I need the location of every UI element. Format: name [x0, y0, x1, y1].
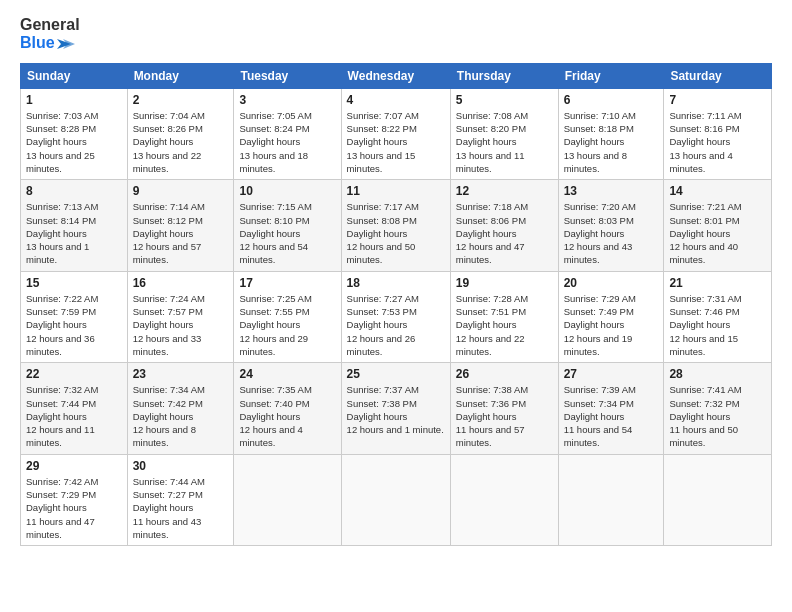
calendar-week-row: 8 Sunrise: 7:13 AM Sunset: 8:14 PM Dayli… — [21, 180, 772, 271]
calendar-cell: 14 Sunrise: 7:21 AM Sunset: 8:01 PM Dayl… — [664, 180, 772, 271]
calendar-cell: 7 Sunrise: 7:11 AM Sunset: 8:16 PM Dayli… — [664, 88, 772, 179]
calendar-cell: 17 Sunrise: 7:25 AM Sunset: 7:55 PM Dayl… — [234, 271, 341, 362]
day-info: Sunrise: 7:34 AM Sunset: 7:42 PM Dayligh… — [133, 383, 229, 449]
calendar-cell: 24 Sunrise: 7:35 AM Sunset: 7:40 PM Dayl… — [234, 363, 341, 454]
day-number: 26 — [456, 367, 553, 381]
day-number: 28 — [669, 367, 766, 381]
day-info: Sunrise: 7:20 AM Sunset: 8:03 PM Dayligh… — [564, 200, 659, 266]
calendar-cell: 19 Sunrise: 7:28 AM Sunset: 7:51 PM Dayl… — [450, 271, 558, 362]
day-info: Sunrise: 7:29 AM Sunset: 7:49 PM Dayligh… — [564, 292, 659, 358]
day-number: 22 — [26, 367, 122, 381]
calendar-cell — [558, 454, 664, 545]
calendar-cell: 10 Sunrise: 7:15 AM Sunset: 8:10 PM Dayl… — [234, 180, 341, 271]
calendar-cell: 16 Sunrise: 7:24 AM Sunset: 7:57 PM Dayl… — [127, 271, 234, 362]
day-info: Sunrise: 7:42 AM Sunset: 7:29 PM Dayligh… — [26, 475, 122, 541]
calendar-cell: 20 Sunrise: 7:29 AM Sunset: 7:49 PM Dayl… — [558, 271, 664, 362]
logo-text: General Blue — [20, 16, 80, 53]
day-number: 2 — [133, 93, 229, 107]
calendar-header-row: SundayMondayTuesdayWednesdayThursdayFrid… — [21, 63, 772, 88]
day-info: Sunrise: 7:15 AM Sunset: 8:10 PM Dayligh… — [239, 200, 335, 266]
calendar-table: SundayMondayTuesdayWednesdayThursdayFrid… — [20, 63, 772, 546]
day-info: Sunrise: 7:39 AM Sunset: 7:34 PM Dayligh… — [564, 383, 659, 449]
weekday-header-friday: Friday — [558, 63, 664, 88]
calendar-cell — [450, 454, 558, 545]
day-info: Sunrise: 7:14 AM Sunset: 8:12 PM Dayligh… — [133, 200, 229, 266]
calendar-cell: 11 Sunrise: 7:17 AM Sunset: 8:08 PM Dayl… — [341, 180, 450, 271]
day-info: Sunrise: 7:04 AM Sunset: 8:26 PM Dayligh… — [133, 109, 229, 175]
weekday-header-tuesday: Tuesday — [234, 63, 341, 88]
day-number: 4 — [347, 93, 445, 107]
calendar-cell: 25 Sunrise: 7:37 AM Sunset: 7:38 PM Dayl… — [341, 363, 450, 454]
day-number: 21 — [669, 276, 766, 290]
page-header: General Blue — [20, 16, 772, 53]
calendar-cell: 9 Sunrise: 7:14 AM Sunset: 8:12 PM Dayli… — [127, 180, 234, 271]
day-info: Sunrise: 7:32 AM Sunset: 7:44 PM Dayligh… — [26, 383, 122, 449]
calendar-cell: 6 Sunrise: 7:10 AM Sunset: 8:18 PM Dayli… — [558, 88, 664, 179]
calendar-cell: 8 Sunrise: 7:13 AM Sunset: 8:14 PM Dayli… — [21, 180, 128, 271]
day-info: Sunrise: 7:35 AM Sunset: 7:40 PM Dayligh… — [239, 383, 335, 449]
day-number: 25 — [347, 367, 445, 381]
day-number: 9 — [133, 184, 229, 198]
calendar-cell: 18 Sunrise: 7:27 AM Sunset: 7:53 PM Dayl… — [341, 271, 450, 362]
calendar-week-row: 22 Sunrise: 7:32 AM Sunset: 7:44 PM Dayl… — [21, 363, 772, 454]
calendar-cell: 12 Sunrise: 7:18 AM Sunset: 8:06 PM Dayl… — [450, 180, 558, 271]
day-info: Sunrise: 7:10 AM Sunset: 8:18 PM Dayligh… — [564, 109, 659, 175]
day-info: Sunrise: 7:24 AM Sunset: 7:57 PM Dayligh… — [133, 292, 229, 358]
calendar-week-row: 15 Sunrise: 7:22 AM Sunset: 7:59 PM Dayl… — [21, 271, 772, 362]
calendar-cell: 3 Sunrise: 7:05 AM Sunset: 8:24 PM Dayli… — [234, 88, 341, 179]
logo: General Blue — [20, 16, 80, 53]
day-info: Sunrise: 7:21 AM Sunset: 8:01 PM Dayligh… — [669, 200, 766, 266]
day-number: 15 — [26, 276, 122, 290]
weekday-header-monday: Monday — [127, 63, 234, 88]
calendar-cell: 15 Sunrise: 7:22 AM Sunset: 7:59 PM Dayl… — [21, 271, 128, 362]
day-info: Sunrise: 7:05 AM Sunset: 8:24 PM Dayligh… — [239, 109, 335, 175]
day-info: Sunrise: 7:31 AM Sunset: 7:46 PM Dayligh… — [669, 292, 766, 358]
day-number: 8 — [26, 184, 122, 198]
day-number: 17 — [239, 276, 335, 290]
calendar-cell — [234, 454, 341, 545]
day-number: 14 — [669, 184, 766, 198]
day-info: Sunrise: 7:41 AM Sunset: 7:32 PM Dayligh… — [669, 383, 766, 449]
day-number: 13 — [564, 184, 659, 198]
logo-arrow-icon — [57, 37, 75, 51]
calendar-cell: 2 Sunrise: 7:04 AM Sunset: 8:26 PM Dayli… — [127, 88, 234, 179]
calendar-cell: 5 Sunrise: 7:08 AM Sunset: 8:20 PM Dayli… — [450, 88, 558, 179]
day-number: 18 — [347, 276, 445, 290]
day-number: 20 — [564, 276, 659, 290]
day-info: Sunrise: 7:18 AM Sunset: 8:06 PM Dayligh… — [456, 200, 553, 266]
calendar-cell: 28 Sunrise: 7:41 AM Sunset: 7:32 PM Dayl… — [664, 363, 772, 454]
day-number: 1 — [26, 93, 122, 107]
day-number: 16 — [133, 276, 229, 290]
day-info: Sunrise: 7:17 AM Sunset: 8:08 PM Dayligh… — [347, 200, 445, 266]
day-info: Sunrise: 7:37 AM Sunset: 7:38 PM Dayligh… — [347, 383, 445, 436]
day-number: 7 — [669, 93, 766, 107]
day-info: Sunrise: 7:03 AM Sunset: 8:28 PM Dayligh… — [26, 109, 122, 175]
day-info: Sunrise: 7:38 AM Sunset: 7:36 PM Dayligh… — [456, 383, 553, 449]
day-info: Sunrise: 7:13 AM Sunset: 8:14 PM Dayligh… — [26, 200, 122, 266]
calendar-cell: 26 Sunrise: 7:38 AM Sunset: 7:36 PM Dayl… — [450, 363, 558, 454]
weekday-header-sunday: Sunday — [21, 63, 128, 88]
calendar-cell — [664, 454, 772, 545]
calendar-cell: 27 Sunrise: 7:39 AM Sunset: 7:34 PM Dayl… — [558, 363, 664, 454]
day-info: Sunrise: 7:11 AM Sunset: 8:16 PM Dayligh… — [669, 109, 766, 175]
day-number: 3 — [239, 93, 335, 107]
weekday-header-thursday: Thursday — [450, 63, 558, 88]
calendar-week-row: 29 Sunrise: 7:42 AM Sunset: 7:29 PM Dayl… — [21, 454, 772, 545]
day-number: 10 — [239, 184, 335, 198]
day-info: Sunrise: 7:25 AM Sunset: 7:55 PM Dayligh… — [239, 292, 335, 358]
day-info: Sunrise: 7:44 AM Sunset: 7:27 PM Dayligh… — [133, 475, 229, 541]
day-info: Sunrise: 7:08 AM Sunset: 8:20 PM Dayligh… — [456, 109, 553, 175]
day-number: 5 — [456, 93, 553, 107]
calendar-cell: 29 Sunrise: 7:42 AM Sunset: 7:29 PM Dayl… — [21, 454, 128, 545]
calendar-cell: 1 Sunrise: 7:03 AM Sunset: 8:28 PM Dayli… — [21, 88, 128, 179]
day-number: 11 — [347, 184, 445, 198]
day-number: 29 — [26, 459, 122, 473]
calendar-week-row: 1 Sunrise: 7:03 AM Sunset: 8:28 PM Dayli… — [21, 88, 772, 179]
day-number: 23 — [133, 367, 229, 381]
day-number: 12 — [456, 184, 553, 198]
day-number: 24 — [239, 367, 335, 381]
weekday-header-wednesday: Wednesday — [341, 63, 450, 88]
day-number: 30 — [133, 459, 229, 473]
day-info: Sunrise: 7:27 AM Sunset: 7:53 PM Dayligh… — [347, 292, 445, 358]
calendar-cell: 21 Sunrise: 7:31 AM Sunset: 7:46 PM Dayl… — [664, 271, 772, 362]
